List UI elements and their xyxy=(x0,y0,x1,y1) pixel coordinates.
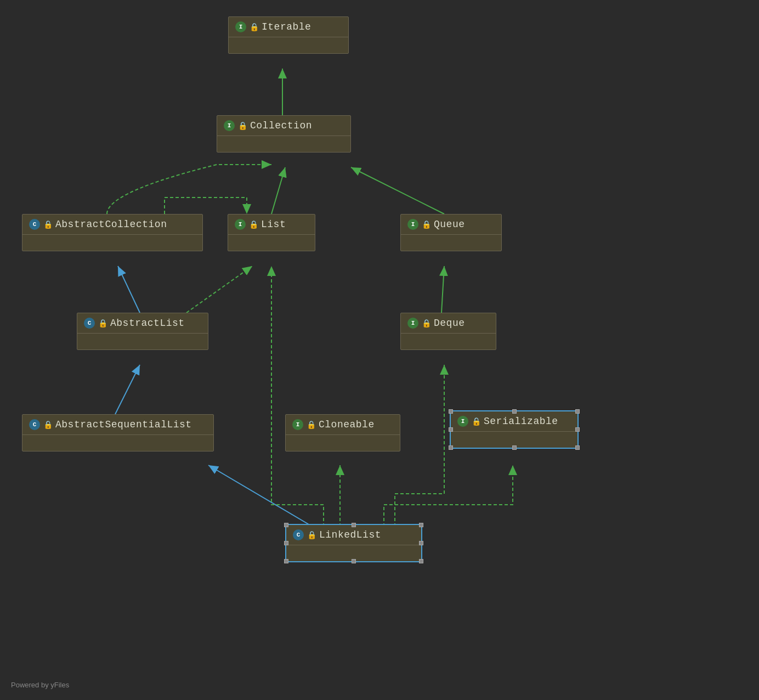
badge-queue: I xyxy=(407,219,418,230)
badge-linked-list: C xyxy=(293,529,304,540)
node-abstract-collection[interactable]: C 🔒 AbstractCollection xyxy=(22,214,203,251)
label-abstract-sequential-list: AbstractSequentialList xyxy=(55,419,192,430)
badge-list: I xyxy=(235,219,246,230)
node-queue[interactable]: I 🔒 Queue xyxy=(400,214,502,251)
label-cloneable: Cloneable xyxy=(319,419,375,430)
badge-abstract-list: C xyxy=(84,318,95,329)
label-iterable: Iterable xyxy=(262,21,311,32)
badge-deque: I xyxy=(407,318,418,329)
svg-line-2 xyxy=(351,167,444,214)
svg-line-7 xyxy=(208,465,313,527)
svg-line-4 xyxy=(186,266,252,313)
label-abstract-list: AbstractList xyxy=(110,318,185,329)
label-collection: Collection xyxy=(250,120,312,131)
powered-by-label: Powered by yFiles xyxy=(11,681,69,689)
lock-icon-abstract-collection: 🔒 xyxy=(43,220,52,229)
label-deque: Deque xyxy=(434,318,465,329)
node-iterable[interactable]: I 🔒 Iterable xyxy=(228,16,349,54)
lock-icon-cloneable: 🔒 xyxy=(307,420,315,429)
node-serializable[interactable]: I 🔒 Serializable xyxy=(450,410,579,449)
node-deque[interactable]: I 🔒 Deque xyxy=(400,313,496,350)
label-serializable: Serializable xyxy=(484,416,558,427)
connection-layer xyxy=(0,0,759,700)
badge-abstract-sequential-list: C xyxy=(29,419,40,430)
svg-line-1 xyxy=(271,167,285,214)
diagram-canvas[interactable]: I 🔒 Iterable I 🔒 Collection C 🔒 Abstract… xyxy=(0,0,759,700)
badge-abstract-collection: C xyxy=(29,219,40,230)
lock-icon-iterable: 🔒 xyxy=(250,22,258,31)
node-collection[interactable]: I 🔒 Collection xyxy=(217,115,351,153)
label-queue: Queue xyxy=(434,219,465,230)
node-abstract-list[interactable]: C 🔒 AbstractList xyxy=(77,313,208,350)
lock-icon-serializable: 🔒 xyxy=(472,417,480,426)
svg-line-5 xyxy=(441,266,444,313)
node-linked-list[interactable]: C 🔒 LinkedList xyxy=(285,524,422,562)
lock-icon-abstract-list: 🔒 xyxy=(98,319,107,328)
lock-icon-list: 🔒 xyxy=(249,220,258,229)
badge-iterable: I xyxy=(235,21,246,32)
lock-icon-linked-list: 🔒 xyxy=(307,530,316,539)
badge-serializable: I xyxy=(457,416,468,427)
lock-icon-deque: 🔒 xyxy=(422,319,431,328)
label-abstract-collection: AbstractCollection xyxy=(55,219,167,230)
node-list[interactable]: I 🔒 List xyxy=(228,214,315,251)
svg-line-3 xyxy=(118,266,140,313)
lock-icon-abstract-sequential-list: 🔒 xyxy=(43,420,52,429)
svg-line-6 xyxy=(115,365,140,414)
node-abstract-sequential-list[interactable]: C 🔒 AbstractSequentialList xyxy=(22,414,214,451)
lock-icon-collection: 🔒 xyxy=(238,121,247,130)
label-linked-list: LinkedList xyxy=(319,529,381,540)
node-cloneable[interactable]: I 🔒 Cloneable xyxy=(285,414,400,451)
badge-cloneable: I xyxy=(292,419,303,430)
badge-collection: I xyxy=(224,120,235,131)
label-list: List xyxy=(261,219,286,230)
lock-icon-queue: 🔒 xyxy=(422,220,431,229)
